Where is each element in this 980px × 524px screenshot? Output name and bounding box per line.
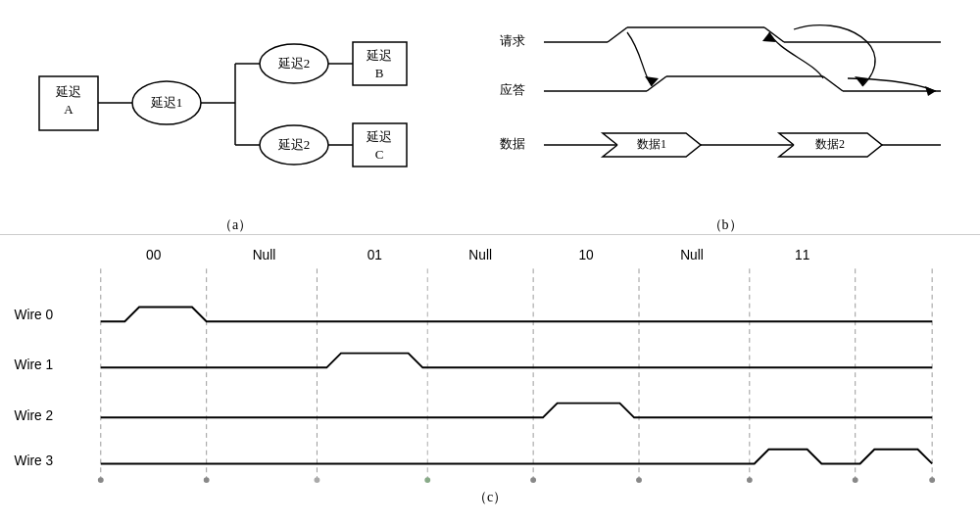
diagram-a: 延迟 A 延迟1 延迟2: [0, 0, 470, 212]
svg-point-71: [853, 477, 858, 483]
svg-text:延迟2: 延迟2: [277, 137, 311, 152]
svg-point-68: [530, 477, 536, 483]
svg-text:Null: Null: [468, 248, 492, 262]
svg-text:01: 01: [368, 248, 382, 262]
diagram-b-wrapper: 请求 应答 数据: [470, 0, 980, 234]
svg-point-65: [204, 477, 210, 483]
diagram-a-wrapper: 延迟 A 延迟1 延迟2: [0, 0, 470, 234]
svg-text:B: B: [375, 66, 384, 80]
svg-point-67: [424, 477, 430, 483]
svg-text:00: 00: [146, 248, 162, 262]
svg-point-70: [747, 477, 753, 483]
svg-point-72: [929, 477, 935, 483]
label-b: （b）: [709, 212, 743, 234]
label-c: （c）: [0, 489, 980, 506]
svg-marker-43: [925, 86, 936, 96]
svg-point-64: [98, 477, 104, 483]
bottom-section: Wire 0 Wire 1 Wire 2 Wire 3 00 Null 01 N…: [0, 235, 980, 519]
svg-text:Null: Null: [253, 248, 276, 262]
svg-text:Wire 2: Wire 2: [15, 408, 54, 423]
svg-text:Wire 1: Wire 1: [15, 357, 54, 372]
svg-text:A: A: [64, 102, 74, 117]
svg-point-69: [636, 477, 642, 483]
svg-point-66: [315, 477, 320, 483]
svg-text:Null: Null: [680, 248, 704, 262]
svg-line-27: [608, 27, 627, 42]
svg-text:数据2: 数据2: [815, 137, 845, 151]
svg-text:延迟2: 延迟2: [277, 56, 311, 71]
top-section: 延迟 A 延迟1 延迟2: [0, 0, 980, 235]
svg-line-34: [823, 76, 843, 91]
svg-text:延迟: 延迟: [366, 48, 392, 63]
svg-text:数据1: 数据1: [637, 137, 666, 151]
svg-text:Wire 0: Wire 0: [15, 308, 54, 322]
svg-text:10: 10: [578, 248, 594, 262]
svg-text:延迟: 延迟: [366, 129, 392, 144]
diagram-b: 请求 应答 数据: [470, 0, 980, 212]
svg-text:Wire 3: Wire 3: [15, 453, 54, 468]
svg-text:数据: 数据: [500, 136, 525, 151]
svg-text:11: 11: [795, 248, 809, 262]
svg-text:应答: 应答: [500, 82, 525, 97]
svg-text:延迟1: 延迟1: [150, 95, 183, 110]
svg-text:C: C: [375, 147, 384, 162]
label-a: （a）: [219, 212, 252, 234]
svg-text:延迟: 延迟: [55, 84, 81, 99]
svg-text:请求: 请求: [500, 33, 525, 48]
main-container: 延迟 A 延迟1 延迟2: [0, 0, 980, 524]
